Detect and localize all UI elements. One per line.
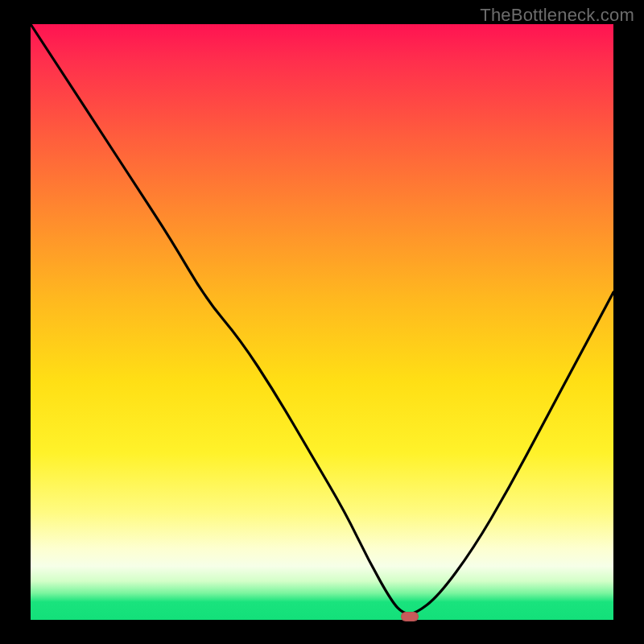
chart-frame: TheBottleneck.com	[0, 0, 644, 644]
optimal-marker	[401, 612, 419, 621]
watermark-text: TheBottleneck.com	[480, 5, 634, 26]
plot-area	[31, 24, 613, 620]
bottleneck-curve	[31, 24, 613, 620]
